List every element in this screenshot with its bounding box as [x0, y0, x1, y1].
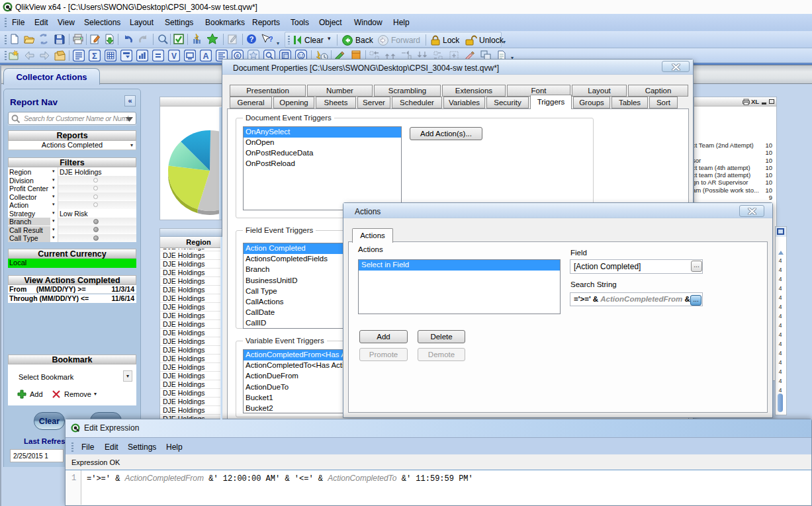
svg-text:Σ: Σ — [92, 51, 97, 61]
svg-text:A: A — [203, 52, 208, 61]
svg-text:?: ? — [269, 35, 273, 43]
svg-text:6: 6 — [236, 53, 240, 59]
svg-text:V: V — [171, 52, 177, 61]
svg-text:?: ? — [249, 35, 254, 43]
